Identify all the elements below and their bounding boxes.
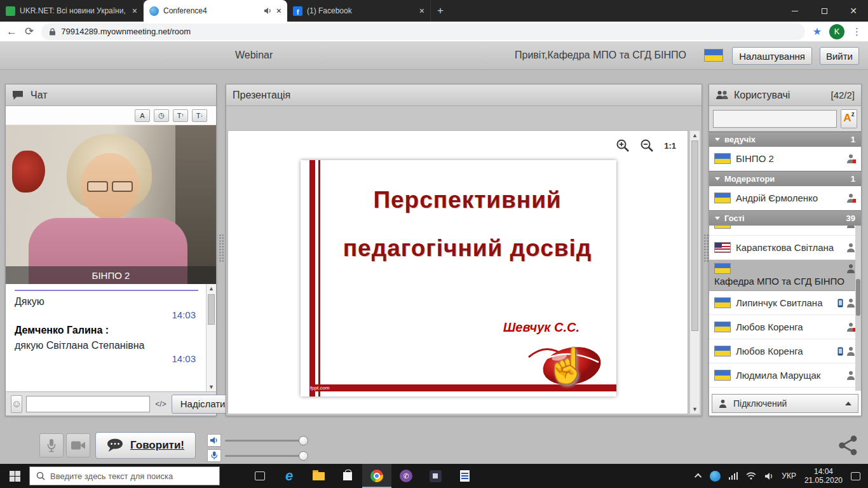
viber-icon: ✆ xyxy=(400,470,412,482)
mic-volume-button[interactable] xyxy=(207,449,221,462)
group-header-presenters[interactable]: ведучіх 1 xyxy=(709,132,861,147)
network-signal-icon[interactable] xyxy=(729,472,738,480)
language-indicator[interactable]: УКР xyxy=(782,471,796,480)
document-app-taskbar-button[interactable] xyxy=(450,464,479,488)
task-view-button[interactable] xyxy=(245,464,275,488)
webcam-video[interactable]: БІНПО 2 xyxy=(6,125,216,284)
browser-tab-conference[interactable]: Conference4 × xyxy=(144,0,287,22)
volume-icon[interactable] xyxy=(764,472,773,480)
wifi-icon[interactable] xyxy=(746,472,756,480)
browser-tab-ukrnet[interactable]: UKR.NET: Всі новини України, о × xyxy=(0,0,144,22)
user-row[interactable]: Андрій Єрмоленко xyxy=(709,186,861,210)
address-bar[interactable]: 79914289.myownmeeting.net/room xyxy=(41,24,804,40)
emoji-button[interactable]: ☺ xyxy=(11,395,22,413)
file-explorer-taskbar-button[interactable] xyxy=(304,464,333,488)
user-row-selected[interactable]: Кафедра МПО та СГД БІНПО xyxy=(709,260,861,291)
tray-blue-app-icon[interactable] xyxy=(710,471,721,482)
speaker-volume-button[interactable] xyxy=(207,434,221,447)
scroll-down-icon[interactable]: ▼ xyxy=(207,384,216,390)
users-scrollbar[interactable] xyxy=(855,226,861,391)
bookmark-star-icon[interactable]: ★ xyxy=(813,25,822,37)
scrollbar-thumb[interactable] xyxy=(856,279,860,316)
share-icon[interactable] xyxy=(837,435,859,456)
zoom-out-icon[interactable] xyxy=(640,139,654,152)
font-decrease-icon[interactable]: T↓ xyxy=(192,109,207,122)
zoom-reset-icon[interactable]: 1:1 xyxy=(664,141,676,151)
chat-input[interactable] xyxy=(26,396,150,412)
connection-status-dropdown[interactable]: Підключений xyxy=(712,394,858,413)
user-row[interactable]: Людмила Марущак xyxy=(709,363,861,388)
store-taskbar-button[interactable] xyxy=(333,464,362,488)
reload-button[interactable]: ⟳ xyxy=(25,26,34,37)
taskbar-search-input[interactable] xyxy=(50,471,213,481)
exit-button[interactable]: Вийти xyxy=(820,47,859,65)
sort-alphabetical-button[interactable]: Az xyxy=(841,109,857,128)
browser-tab-bar: UKR.NET: Всі новини України, о × Confere… xyxy=(0,0,868,22)
timestamp-toggle-icon[interactable]: ◷ xyxy=(154,109,169,122)
person-icon xyxy=(846,193,856,203)
browser-menu-icon[interactable]: ⋮ xyxy=(852,26,862,37)
dark-app-taskbar-button[interactable] xyxy=(421,464,450,488)
user-row[interactable]: Любов Коренга xyxy=(709,315,861,339)
font-color-icon[interactable]: A xyxy=(135,109,150,122)
taskbar-clock[interactable]: 14:04 21.05.2020 xyxy=(804,467,843,485)
group-header-moderators[interactable]: Модератори 1 xyxy=(709,171,861,186)
tab-close-icon[interactable]: × xyxy=(132,6,137,15)
window-minimize-button[interactable] xyxy=(780,0,810,22)
action-center-icon[interactable] xyxy=(851,472,860,480)
send-button[interactable]: Надіслати xyxy=(172,395,234,414)
panel-resize-handle[interactable] xyxy=(219,234,224,263)
tab-audio-icon[interactable] xyxy=(264,7,272,15)
profile-avatar[interactable]: K xyxy=(829,24,844,39)
talk-button[interactable]: Говорити! xyxy=(95,432,196,459)
mic-volume-knob[interactable] xyxy=(299,451,308,461)
scroll-up-icon[interactable]: ▲ xyxy=(207,285,216,292)
window-controls: ✕ xyxy=(780,0,868,22)
back-button[interactable]: ← xyxy=(6,26,17,37)
user-row[interactable]: Карапєткова Світлана xyxy=(709,236,861,260)
tray-expand-chevron-icon[interactable] xyxy=(695,473,702,480)
zoom-in-icon[interactable] xyxy=(616,139,630,152)
scrollbar-thumb[interactable] xyxy=(208,294,215,325)
mobile-phone-icon xyxy=(837,299,843,308)
tab-close-icon[interactable]: × xyxy=(276,6,281,15)
ukraine-flag-icon xyxy=(714,263,731,274)
taskbar-search[interactable] xyxy=(29,466,220,485)
viber-taskbar-button[interactable]: ✆ xyxy=(391,464,421,488)
chat-scrollbar[interactable]: ▲ ▼ xyxy=(206,284,216,391)
collapse-triangle-icon xyxy=(715,217,720,220)
camera-button[interactable] xyxy=(66,433,90,458)
group-header-guests[interactable]: Гості 39 xyxy=(709,210,861,226)
settings-button[interactable]: Налаштування xyxy=(732,47,812,65)
microphone-button[interactable] xyxy=(39,433,64,458)
presentation-scrollbar[interactable]: ▲ ▼ xyxy=(689,130,700,414)
edge-taskbar-button[interactable]: e xyxy=(275,464,304,488)
code-format-button[interactable]: </> xyxy=(154,400,167,409)
window-close-button[interactable]: ✕ xyxy=(839,0,868,22)
user-row[interactable] xyxy=(709,226,861,236)
chrome-taskbar-button[interactable] xyxy=(362,464,391,488)
user-row[interactable]: Липинчук Свитлана xyxy=(709,291,861,315)
scrollbar-thumb[interactable] xyxy=(691,140,698,331)
window-maximize-button[interactable] xyxy=(810,0,839,22)
lock-icon xyxy=(49,28,56,36)
font-increase-icon[interactable]: T↑ xyxy=(173,109,188,122)
scroll-up-icon[interactable]: ▲ xyxy=(690,132,700,139)
chat-bubble-icon xyxy=(12,90,25,100)
speaker-volume-slider[interactable] xyxy=(225,440,306,442)
tab-title: (1) Facebook xyxy=(307,6,415,15)
tab-close-icon[interactable]: × xyxy=(419,6,424,15)
user-row[interactable]: Любов Коренга xyxy=(709,339,861,363)
browser-tab-facebook[interactable]: f (1) Facebook × xyxy=(287,0,431,22)
mic-volume-slider[interactable] xyxy=(225,455,306,457)
start-button[interactable] xyxy=(0,464,29,488)
file-explorer-icon xyxy=(313,472,325,480)
user-row[interactable]: БІНПО 2 xyxy=(709,147,861,171)
scroll-down-icon[interactable]: ▼ xyxy=(690,406,700,412)
speaker-volume-knob[interactable] xyxy=(299,436,308,445)
new-tab-button[interactable]: + xyxy=(431,0,450,22)
person-icon xyxy=(846,226,856,228)
users-search-input[interactable] xyxy=(713,110,837,128)
users-search-row: Az xyxy=(709,106,861,132)
chat-messages: Дякую 14:03 Демченко Галина : дякую Світ… xyxy=(6,284,216,391)
